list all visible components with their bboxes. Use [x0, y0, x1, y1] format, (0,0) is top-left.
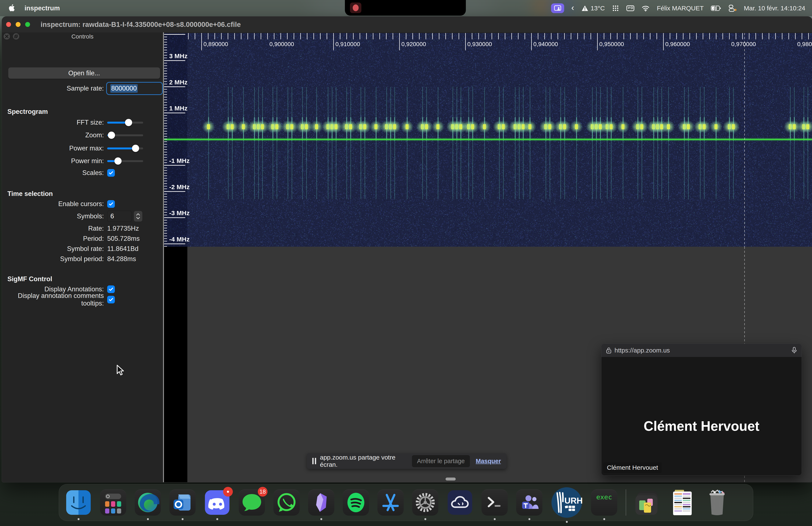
clock-menu-item[interactable]: Mar. 10 févr. 14:10:24 — [744, 5, 805, 12]
power-max-slider-thumb[interactable] — [132, 145, 139, 152]
menubar-collapse-chevron[interactable]: ‹ — [571, 3, 574, 12]
window-resize-grip[interactable] — [446, 478, 456, 481]
spectrogram-plot[interactable] — [164, 33, 812, 247]
enable-cursors-label: Enable cursors: — [2, 200, 107, 208]
power-min-slider[interactable] — [107, 157, 143, 165]
zoom-label: Zoom: — [2, 131, 107, 139]
dock-item-spreadsheet[interactable] — [669, 489, 695, 516]
symbol-rate-label: Symbol rate: — [2, 245, 107, 253]
launchpad-icon — [100, 489, 126, 516]
minimize-window-button[interactable] — [16, 22, 20, 27]
controls-panel-title: Controls — [2, 33, 163, 40]
whatsapp-icon — [273, 489, 300, 516]
zoom-window-button[interactable] — [25, 22, 30, 27]
power-max-slider[interactable] — [107, 145, 143, 152]
scales-checkbox[interactable] — [107, 169, 115, 177]
menubar-app-name[interactable]: inspectrum — [25, 4, 60, 12]
profiles-icon — [728, 5, 737, 12]
enable-cursors-checkbox[interactable] — [107, 200, 115, 208]
dock-item-discord[interactable] — [204, 489, 230, 516]
terminal-icon — [481, 489, 508, 516]
sample-rate-input[interactable]: 8000000 — [107, 83, 162, 94]
record-button[interactable] — [350, 2, 361, 13]
user-switch-menu-icon[interactable] — [728, 5, 737, 12]
chevron-down-icon — [136, 217, 140, 219]
grid-menu-icon[interactable] — [612, 5, 619, 12]
symbols-label: Symbols: — [2, 212, 107, 220]
display-annotation-tooltips-label: Display annotation comments tooltips: — [2, 292, 107, 307]
finder-icon — [66, 489, 91, 516]
sigmf-section-title: SigMF Control — [8, 275, 52, 283]
fft-size-label: FFT size: — [2, 119, 107, 126]
wifi-icon — [641, 5, 650, 11]
dock-item-trash[interactable] — [704, 489, 730, 516]
symbols-input[interactable]: 6 — [107, 211, 132, 222]
dock-item-notes-stack[interactable] — [635, 489, 661, 516]
zoom-url[interactable]: https://app.zoom.us — [614, 347, 670, 354]
zoom-floating-window[interactable]: https://app.zoom.us Clément Hervouet Clé… — [601, 344, 802, 475]
dock-item-finder[interactable] — [66, 489, 91, 516]
screen-sharing-menu-icon[interactable] — [551, 3, 564, 13]
participant-name: Clément Hervouet — [601, 418, 802, 434]
period-label: Period: — [2, 235, 107, 242]
user-name-menu-item[interactable]: Félix MARQUET — [657, 5, 704, 12]
sample-rate-label: Sample rate: — [2, 85, 107, 92]
zoom-window-header[interactable]: https://app.zoom.us — [601, 344, 802, 357]
microphone-icon[interactable] — [792, 347, 797, 354]
symbol-period-label: Symbol period: — [2, 255, 107, 263]
dock-item-urh[interactable]: URH — [551, 487, 583, 518]
zoom-slider[interactable] — [107, 132, 143, 139]
controls-dock-header[interactable]: Controls — [2, 32, 163, 41]
dock-item-launchpad[interactable] — [100, 489, 126, 516]
power-min-label: Power min: — [2, 157, 107, 165]
chevron-up-icon — [136, 213, 140, 216]
dock-item-exec[interactable]: exec — [591, 489, 617, 516]
power-min-slider-thumb[interactable] — [114, 157, 121, 165]
dock-item-terminal[interactable] — [481, 489, 508, 516]
temperature-label: 13°C — [591, 5, 605, 12]
display-annotations-checkbox[interactable] — [107, 285, 115, 293]
zoom-slider-thumb[interactable] — [108, 132, 115, 139]
close-window-button[interactable] — [6, 22, 11, 27]
keyboard-menu-icon[interactable] — [626, 5, 634, 11]
hide-share-link[interactable]: Masquer — [476, 458, 501, 465]
messages-unread-badge: 18 — [258, 487, 267, 497]
apple-menu[interactable] — [9, 4, 16, 13]
participant-name-tag: Clément Hervouet — [603, 462, 662, 473]
dock-item-cloudapp[interactable] — [447, 489, 473, 516]
svg-text:URH: URH — [564, 496, 583, 505]
screen-share-notification: app.zoom.us partage votre écran. Arrêter… — [307, 453, 506, 469]
wifi-menu-icon[interactable] — [641, 5, 650, 11]
display-annotation-tooltips-checkbox[interactable] — [107, 296, 115, 303]
lock-icon — [606, 347, 611, 354]
dock-item-settings[interactable] — [412, 489, 438, 516]
fft-size-slider-thumb[interactable] — [125, 119, 132, 126]
exec-icon-label: exec — [591, 493, 617, 501]
fft-size-slider[interactable] — [107, 119, 143, 126]
dock-item-spotify[interactable] — [343, 489, 369, 516]
scales-label: Scales: — [2, 169, 107, 177]
dock-item-messages[interactable]: 18 — [239, 489, 265, 516]
panel-splitter[interactable] — [163, 32, 164, 482]
warning-triangle-icon — [581, 5, 589, 11]
dock-item-outlook[interactable] — [169, 489, 195, 516]
stop-share-button[interactable]: Arrêter le partage — [412, 455, 470, 467]
open-file-button[interactable]: Open file... — [8, 68, 160, 79]
battery-menu-icon[interactable] — [711, 5, 721, 11]
symbols-value: 6 — [111, 212, 114, 220]
cloud-app-icon — [447, 489, 473, 516]
teams-icon — [516, 489, 542, 516]
dock-item-appstore[interactable] — [377, 489, 404, 516]
dock-item-teams[interactable] — [516, 489, 542, 516]
spreadsheet-icon — [669, 489, 695, 516]
dock-item-whatsapp[interactable] — [273, 489, 300, 516]
window-title-bar[interactable]: inspectrum: rawdata-B1-I-f4.335000e+08-s… — [2, 16, 812, 32]
symbols-stepper[interactable] — [134, 211, 142, 222]
weather-menu-item[interactable]: 13°C — [581, 5, 605, 12]
urh-icon: URH — [551, 487, 583, 518]
dock-item-obsidian[interactable] — [308, 489, 334, 516]
discord-notification-badge — [223, 487, 233, 497]
battery-icon — [711, 5, 721, 11]
dock-item-edge[interactable] — [135, 489, 161, 516]
pause-icon — [312, 458, 316, 464]
